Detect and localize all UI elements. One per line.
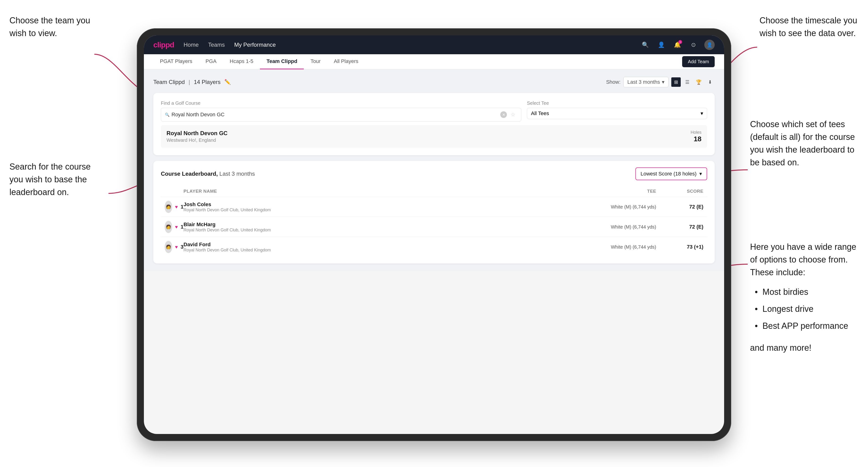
table-row: 🧑 ♥ 3 David Ford Royal North Devon Golf … — [161, 237, 707, 257]
chevron-down-icon: ▾ — [662, 79, 664, 85]
holes-badge: Holes 18 — [691, 130, 702, 143]
grid-view-btn[interactable]: ⊞ — [671, 77, 681, 87]
sub-nav-tabs: PGAT Players PGA Hcaps 1-5 Team Clippd T… — [153, 54, 365, 69]
player-score-2: 72 (E) — [656, 224, 703, 230]
tab-pgat-players[interactable]: PGAT Players — [153, 54, 199, 69]
annotation-middle-left: Search for the courseyou wish to base th… — [9, 160, 91, 198]
tee-dropdown[interactable]: All Tees ▾ — [527, 108, 707, 119]
score-type-dropdown[interactable]: Lowest Score (18 holes) ▾ — [636, 167, 707, 180]
search-input[interactable] — [172, 112, 498, 118]
tab-hcaps[interactable]: Hcaps 1-5 — [223, 54, 260, 69]
holes-number: 18 — [691, 135, 702, 143]
search-icon: 🔍 — [165, 113, 169, 117]
nav-link-home[interactable]: Home — [184, 41, 198, 48]
search-input-wrapper: 🔍 ✕ ☆ — [161, 108, 521, 121]
sub-nav: PGAT Players PGA Hcaps 1-5 Team Clippd T… — [144, 54, 724, 69]
player-tee-2: White (M) (6,744 yds) — [585, 224, 656, 230]
course-name: Royal North Devon GC — [166, 130, 228, 136]
search-row: Find a Golf Course 🔍 ✕ ☆ Select Tee All … — [161, 100, 707, 121]
score-type-label: Lowest Score (18 holes) — [641, 171, 696, 177]
col-player — [165, 189, 184, 194]
notification-badge: 1 — [678, 40, 682, 44]
nav-icons: 🔍 👤 🔔 1 ⊙ 👤 — [640, 40, 715, 50]
select-tee-label: Select Tee — [527, 100, 707, 106]
show-label: Show: — [606, 79, 621, 85]
show-control: Show: Last 3 months ▾ ⊞ ☰ 🏆 ⬇ — [606, 77, 715, 87]
bell-icon-btn[interactable]: 🔔 1 — [672, 40, 683, 50]
tee-chevron-icon: ▾ — [701, 111, 703, 117]
table-header: PLAYER NAME TEE SCORE — [161, 186, 707, 197]
table-row: 🧑 ♥ 1 Blair McHarg Royal North Devon Gol… — [161, 217, 707, 237]
heart-icon-1[interactable]: ♥ — [175, 204, 178, 210]
search-icon-btn[interactable]: 🔍 — [640, 40, 651, 50]
tee-group: Select Tee All Tees ▾ — [527, 100, 707, 121]
list-view-btn[interactable]: ☰ — [683, 77, 692, 87]
holes-label: Holes — [691, 130, 702, 135]
player-avatar-1: 🧑 — [165, 201, 172, 213]
heart-icon-2[interactable]: ♥ — [175, 224, 178, 230]
player-club-2: Royal North Devon Golf Club, United King… — [184, 228, 585, 232]
player-tee-3: White (M) (6,744 yds) — [585, 244, 656, 250]
team-name: Team Clippd — [153, 79, 185, 85]
col-score: SCORE — [656, 189, 703, 194]
heart-icon-3[interactable]: ♥ — [175, 244, 178, 250]
player-info-3: David Ford Royal North Devon Golf Club, … — [184, 242, 585, 253]
tab-tour[interactable]: Tour — [304, 54, 327, 69]
tab-all-players[interactable]: All Players — [327, 54, 365, 69]
ipad-screen: clippd Home Teams My Performance 🔍 👤 🔔 1… — [144, 35, 724, 434]
rank-num-3: 3 — [181, 244, 184, 250]
top-nav: clippd Home Teams My Performance 🔍 👤 🔔 1… — [144, 35, 724, 54]
rank-num-2: 1 — [181, 224, 184, 230]
team-header: Team Clippd | 14 Players ✏️ Show: Last 3… — [153, 77, 715, 87]
player-name-1: Josh Coles — [184, 201, 585, 208]
tab-pga[interactable]: PGA — [199, 54, 223, 69]
player-club-1: Royal North Devon Golf Club, United King… — [184, 208, 585, 213]
star-icon[interactable]: ☆ — [509, 111, 517, 119]
table-row: 🧑 ♥ 1 Josh Coles Royal North Devon Golf … — [161, 197, 707, 217]
edit-icon[interactable]: ✏️ — [224, 79, 231, 85]
person-icon-btn[interactable]: 👤 — [656, 40, 666, 50]
player-count: 14 Players — [194, 79, 220, 85]
ipad-frame: clippd Home Teams My Performance 🔍 👤 🔔 1… — [137, 28, 731, 441]
nav-link-performance[interactable]: My Performance — [234, 41, 276, 48]
team-title: Team Clippd | 14 Players ✏️ — [153, 79, 231, 85]
avatar-btn[interactable]: 👤 — [704, 40, 715, 50]
course-result[interactable]: Royal North Devon GC Westward Ho!, Engla… — [161, 125, 707, 148]
player-info-2: Blair McHarg Royal North Devon Golf Club… — [184, 221, 585, 232]
settings-icon-btn[interactable]: ⊙ — [688, 40, 699, 50]
nav-logo: clippd — [153, 40, 174, 49]
view-icons: ⊞ ☰ 🏆 ⬇ — [671, 77, 715, 87]
nav-links: Home Teams My Performance — [184, 41, 631, 48]
annotation-middle-right: Choose which set of tees(default is all)… — [750, 118, 855, 169]
course-location: Westward Ho!, England — [166, 137, 228, 143]
player-tee-1: White (M) (6,744 yds) — [585, 204, 656, 210]
main-content: Team Clippd | 14 Players ✏️ Show: Last 3… — [144, 69, 724, 271]
search-card: Find a Golf Course 🔍 ✕ ☆ Select Tee All … — [153, 93, 715, 155]
player-name-2: Blair McHarg — [184, 221, 585, 228]
annotation-top-left: Choose the team you wish to view. — [9, 14, 99, 40]
player-score-1: 72 (E) — [656, 204, 703, 210]
add-team-button[interactable]: Add Team — [682, 56, 715, 67]
course-result-info: Royal North Devon GC Westward Ho!, Engla… — [166, 130, 228, 143]
player-info-1: Josh Coles Royal North Devon Golf Club, … — [184, 201, 585, 213]
player-club-3: Royal North Devon Golf Club, United King… — [184, 248, 585, 253]
leaderboard-card: Course Leaderboard, Last 3 months Lowest… — [153, 161, 715, 263]
search-group: Find a Golf Course 🔍 ✕ ☆ — [161, 100, 521, 121]
player-rank-3: 🧑 ♥ 3 — [165, 241, 184, 253]
col-player-name: PLAYER NAME — [184, 189, 585, 194]
col-tee: TEE — [585, 189, 656, 194]
player-name-3: David Ford — [184, 242, 585, 248]
player-rank-1: 🧑 ♥ 1 — [165, 201, 184, 213]
player-avatar-2: 🧑 — [165, 221, 172, 233]
show-dropdown[interactable]: Last 3 months ▾ — [623, 77, 669, 87]
download-btn[interactable]: ⬇ — [705, 77, 715, 87]
clear-button[interactable]: ✕ — [500, 111, 507, 118]
annotation-bottom-right: Here you have a wide rangeof options to … — [750, 241, 856, 354]
leaderboard-header: Course Leaderboard, Last 3 months Lowest… — [161, 167, 707, 180]
tab-team-clippd[interactable]: Team Clippd — [260, 54, 304, 69]
trophy-view-btn[interactable]: 🏆 — [694, 77, 703, 87]
find-course-label: Find a Golf Course — [161, 100, 521, 106]
nav-link-teams[interactable]: Teams — [208, 41, 225, 48]
player-rank-2: 🧑 ♥ 1 — [165, 221, 184, 233]
leaderboard-title: Course Leaderboard, Last 3 months — [161, 170, 255, 177]
